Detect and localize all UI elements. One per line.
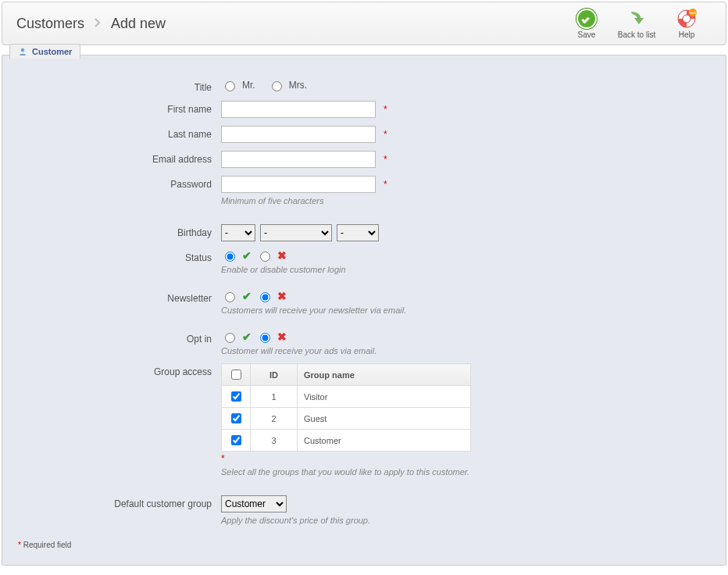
check-icon: ✔ [242,249,252,262]
required-star: * [384,179,387,190]
label-optin: Opt in [18,330,221,345]
table-row: 3 Customer [222,430,471,452]
label-first-name: First name [18,101,221,115]
first-name-input[interactable] [221,101,376,118]
user-icon [18,47,27,56]
group-row-id: 1 [251,386,298,408]
x-icon: ✖ [277,290,287,302]
group-select-all-checkbox[interactable] [231,370,241,380]
required-field-note: * Required field [18,541,710,549]
back-arrow-icon [626,9,647,29]
title-mr-label[interactable]: Mr. [242,80,255,91]
save-button[interactable]: Save [562,5,612,42]
label-birthday: Birthday [18,224,221,238]
svg-text:new: new [689,10,697,15]
group-row-id: 3 [251,430,298,452]
lifebuoy-icon: new [676,9,697,29]
x-icon: ✖ [277,330,287,343]
group-row-name: Visitor [298,386,471,408]
save-label: Save [578,30,596,39]
breadcrumb: Customers Add new [16,16,166,32]
birthday-year-select[interactable]: - [337,224,379,241]
required-star: * [384,104,387,115]
required-star: * [384,129,387,140]
last-name-input[interactable] [221,126,376,143]
label-status: Status [18,249,221,263]
breadcrumb-current: Add new [111,16,166,32]
breadcrumb-root[interactable]: Customers [16,16,84,32]
birthday-day-select[interactable]: - [221,224,255,241]
col-id: ID [251,364,298,386]
svg-point-4 [21,48,24,52]
newsletter-hint: Customers will receive your newsletter v… [221,305,406,315]
group-row-checkbox[interactable] [231,413,241,423]
required-star: * [384,154,387,165]
status-hint: Enable or disable customer login [221,265,346,274]
status-enable-radio[interactable] [225,252,235,262]
title-mrs-label[interactable]: Mrs. [289,80,307,91]
title-mrs-radio[interactable] [272,81,282,91]
label-last-name: Last name [18,126,221,140]
back-to-list-button[interactable]: Back to list [612,5,662,42]
check-icon: ✔ [242,290,252,302]
check-icon: ✔ [242,330,252,343]
group-row-checkbox[interactable] [231,435,241,445]
email-input[interactable] [221,151,376,168]
password-input[interactable] [221,176,376,193]
label-default-group: Default customer group [18,495,221,509]
chevron-right-icon [94,16,102,32]
label-newsletter: Newsletter [18,290,221,304]
tab-label: Customer [32,47,72,56]
label-password: Password [18,176,221,190]
optin-no-radio[interactable] [260,333,270,343]
default-group-hint: Apply the discount's price of this group… [221,516,370,525]
help-button[interactable]: new Help [662,5,712,42]
title-mr-radio[interactable] [225,81,235,91]
label-group-access: Group access [18,363,221,377]
col-group-name: Group name [298,364,471,386]
table-row: 1 Visitor [222,386,471,408]
svg-point-1 [683,15,691,23]
group-access-table: ID Group name 1 Visitor 2 [221,363,471,452]
group-access-hint: Select all the groups that you would lik… [221,467,469,477]
birthday-month-select[interactable]: - [260,224,332,241]
customer-form-panel: Title Mr. Mrs. First name * Last name [2,55,726,566]
status-disable-radio[interactable] [260,252,270,262]
group-row-name: Guest [298,408,471,430]
label-email: Email address [18,151,221,165]
help-label: Help [679,30,695,39]
group-row-id: 2 [251,408,298,430]
optin-hint: Customer will receive your ads via email… [221,346,376,355]
table-row: 2 Guest [222,408,471,430]
newsletter-yes-radio[interactable] [225,292,235,302]
back-label: Back to list [618,30,655,39]
x-icon: ✖ [277,249,287,262]
newsletter-no-radio[interactable] [260,292,270,302]
group-row-checkbox[interactable] [231,391,241,402]
password-hint: Minimum of five characters [221,196,323,205]
label-title: Title [18,79,221,93]
toolbar: Customers Add new Save Back to list new … [2,2,726,45]
optin-yes-radio[interactable] [225,333,235,343]
check-circle-icon [576,9,597,29]
tab-customer[interactable]: Customer [9,44,80,59]
required-star: * [221,453,225,464]
default-group-select[interactable]: Customer [221,495,287,512]
group-row-name: Customer [298,430,471,452]
